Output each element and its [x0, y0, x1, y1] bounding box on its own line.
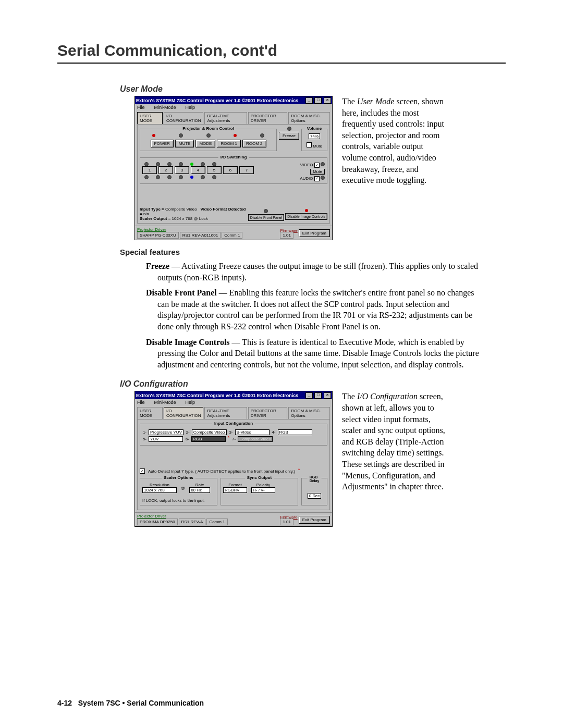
input-1-button[interactable]: 1: [142, 166, 157, 174]
tab-strip: USER MODE I/O CONFIGURATION REAL-TIME Ad…: [135, 111, 332, 124]
room2-button[interactable]: ROOM 2: [242, 140, 266, 147]
ioconfig-panel: Input Configuration 1-Progressive YUV 2-…: [137, 419, 330, 510]
group-io-switching: I/O Switching: [218, 155, 249, 159]
io-mute-button[interactable]: Mute: [310, 169, 325, 175]
volume-label: Volume: [305, 126, 324, 131]
menu-file[interactable]: File: [137, 105, 145, 110]
rate-select[interactable]: 60 Hz: [189, 487, 210, 493]
input-3-select[interactable]: S-Video: [235, 429, 270, 435]
format-label: Format: [223, 483, 247, 487]
input-type-label: Input Type =: [140, 207, 164, 212]
freeze-para: Freeze — Activating Freeze causes the ou…: [146, 261, 481, 283]
scaler-label: Scaler Output =: [140, 216, 170, 221]
comm-port: Comm 1: [222, 232, 242, 239]
input-7-select[interactable]: Composite Video: [238, 436, 273, 442]
tab-io-config[interactable]: I/O CONFIGURATION: [164, 407, 204, 419]
scaler-value: 1024 x 768 @ Lock: [172, 216, 208, 221]
star-icon: *: [228, 435, 229, 440]
mute-button[interactable]: MUTE: [175, 140, 194, 147]
maximize-icon[interactable]: □: [314, 392, 322, 399]
driver-header-2: Projector Driver: [137, 514, 279, 519]
page: Serial Communication, cont'd User Mode E…: [0, 0, 563, 728]
menubar-2: File Mini-Mode Help: [135, 399, 332, 406]
power-button[interactable]: POWER: [151, 140, 174, 147]
input-6-button[interactable]: 6: [223, 166, 238, 174]
group-rgb-delay: RGB Delay: [308, 475, 322, 483]
group-proj-room: Projector & Room Control: [180, 126, 236, 131]
disable-image-controls-button[interactable]: Disable Image Controls: [285, 213, 327, 220]
special-features-title: Special features: [120, 248, 506, 256]
video-checkbox[interactable]: ✓: [314, 163, 320, 168]
exit-program-button[interactable]: Exit Program: [299, 229, 330, 237]
group-input-config: Input Configuration: [212, 421, 255, 426]
section-user-mode: User Mode: [120, 84, 506, 94]
footer-page-number: 4-12: [57, 699, 72, 707]
menu-mini-mode[interactable]: Mini-Mode: [154, 105, 176, 110]
usermode-panel: Projector & Room Control POWER MUTE MODE…: [137, 124, 330, 224]
tab-strip-2: USER MODE I/O CONFIGURATION REAL-TIME Ad…: [135, 406, 332, 419]
driver-name: SHARP PG-C30XU: [137, 232, 179, 239]
disable-front-panel-button[interactable]: Disable Front Panel: [248, 214, 284, 221]
minimize-icon[interactable]: _: [305, 392, 313, 399]
tab-room-misc[interactable]: ROOM & MISC. Options: [288, 407, 330, 419]
exit-program-button-2[interactable]: Exit Program: [299, 516, 330, 524]
input-3-button[interactable]: 3: [175, 166, 189, 174]
input-2-button[interactable]: 2: [158, 166, 173, 174]
tab-io-config[interactable]: I/O CONFIGURATION: [164, 112, 204, 124]
room1-button[interactable]: ROOM 1: [217, 140, 241, 147]
tab-proj-driver[interactable]: PROJECTOR DRIVER: [248, 407, 288, 419]
polarity-select[interactable]: H- / V-: [251, 487, 275, 493]
input-5-select[interactable]: YUV: [149, 436, 183, 442]
close-icon[interactable]: ×: [324, 392, 331, 399]
input-1-select[interactable]: Progressive YUV: [149, 429, 183, 435]
window-buttons[interactable]: _ □ ×: [305, 97, 331, 104]
tab-user-mode[interactable]: USER MODE: [137, 112, 163, 124]
input-7-button[interactable]: 7: [239, 166, 254, 174]
usermode-screenshot: Extron's SYSTEM 7SC Control Program ver …: [134, 96, 333, 240]
menu-help[interactable]: Help: [186, 400, 195, 405]
menu-help[interactable]: Help: [186, 105, 195, 110]
menu-file[interactable]: File: [137, 400, 145, 405]
audio-label: AUDIO: [300, 176, 313, 181]
ioconfig-screenshot: Extron's SYSTEM 7SC Control Program ver …: [134, 391, 333, 527]
ioconfig-row: Extron's SYSTEM 7SC Control Program ver …: [134, 391, 506, 527]
driver-header: Projector Driver: [137, 227, 279, 232]
input-4-button[interactable]: 4: [191, 166, 205, 174]
maximize-icon[interactable]: □: [314, 97, 322, 104]
format-select[interactable]: RGBHV: [223, 487, 247, 493]
mode-button[interactable]: MODE: [195, 140, 215, 147]
window-titlebar-2[interactable]: Extron's SYSTEM 7SC Control Program ver …: [135, 391, 332, 399]
minimize-icon[interactable]: _: [305, 97, 313, 104]
status-bar-2: Projector Driver PROXIMA DP9250 RS1 REV-…: [135, 512, 332, 526]
tab-proj-driver[interactable]: PROJECTOR DRIVER: [248, 112, 288, 124]
input-4-select[interactable]: RGB: [278, 429, 312, 435]
lock-note: If LOCK, output locks to the input.: [142, 498, 215, 503]
tab-realtime[interactable]: REAL-TIME Adjustments: [204, 407, 247, 419]
tab-user-mode[interactable]: USER MODE: [137, 407, 163, 419]
driver-rev: RS1 REV-A011601: [180, 232, 221, 239]
firmware-value: 1.01: [280, 232, 293, 239]
volume-mute-checkbox[interactable]: [307, 142, 312, 147]
audio-checkbox[interactable]: ✓: [314, 176, 320, 181]
auto-detect-checkbox[interactable]: ✓: [140, 468, 145, 474]
window-titlebar[interactable]: Extron's SYSTEM 7SC Control Program ver …: [135, 96, 332, 104]
resolution-label: Resolution: [142, 483, 177, 487]
input-5-button[interactable]: 5: [207, 166, 222, 174]
freeze-button[interactable]: Freeze: [279, 132, 299, 140]
menu-mini-mode[interactable]: Mini-Mode: [154, 400, 176, 405]
resolution-select[interactable]: 1024 x 768: [142, 487, 177, 493]
input-6-select[interactable]: RGB: [191, 436, 226, 442]
group-scaler: Scaler Options: [162, 475, 195, 480]
window-buttons-2[interactable]: _ □ ×: [305, 392, 331, 399]
tab-room-misc[interactable]: ROOM & MISC. Options: [288, 112, 330, 124]
tab-realtime[interactable]: REAL-TIME Adjustments: [204, 112, 247, 124]
rgb-delay-value[interactable]: 0 Sec: [308, 493, 321, 499]
dfp-para: Disable Front Panel — Enabling this feat…: [146, 287, 481, 332]
close-icon[interactable]: ×: [324, 97, 331, 104]
volume-value[interactable]: 74%: [309, 133, 320, 139]
input-2-select[interactable]: Composite Video: [192, 429, 227, 435]
star-icon: *: [298, 467, 300, 472]
window-title-2: Extron's SYSTEM 7SC Control Program ver …: [136, 393, 298, 398]
auto-detect-label: Auto-Detect input 7 type. ( AUTO-DETECT …: [148, 469, 295, 474]
vfd-value: n/a: [143, 212, 149, 216]
